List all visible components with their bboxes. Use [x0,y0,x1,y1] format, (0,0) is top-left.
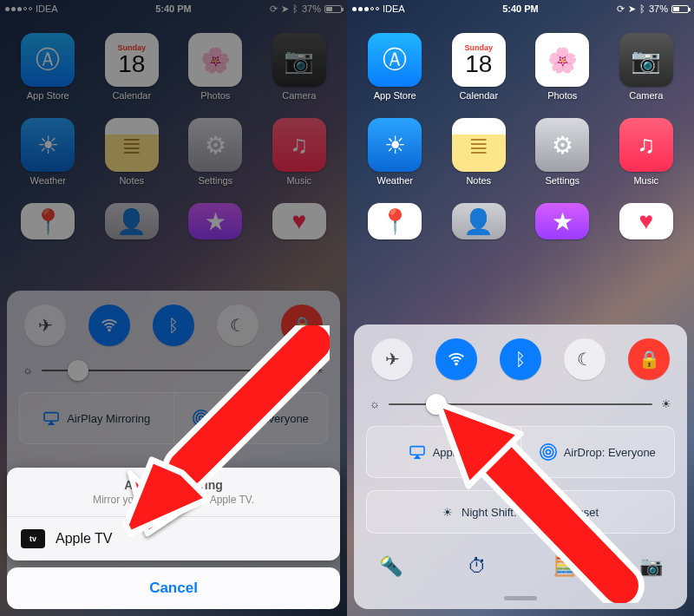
app-music[interactable]: ♫Music [609,118,684,186]
status-bar: IDEA 5:40 PM ⟳ ➤ ᛒ 37% [347,0,694,17]
brightness-low-icon: ☼ [370,397,380,410]
app-itunes[interactable]: ★ [525,203,600,239]
wifi-icon [447,350,466,369]
night-shift-icon: ☀︎ [442,506,453,519]
svg-point-7 [546,450,550,455]
sheet-title: AirPlay Mirroring [16,478,331,492]
screenshot-right: IDEA 5:40 PM ⟳ ➤ ᛒ 37% ⒶApp Store Sunday… [347,0,694,616]
home-apps: ⒶApp Store Sunday18Calendar 🌸Photos 📷Cam… [347,24,694,248]
bluetooth-icon: ᛒ [639,3,645,14]
airdrop-icon [540,443,557,461]
screenshot-left: IDEA 5:40 PM ⟳ ➤ ᛒ 37% ⒶApp Store Sunday… [0,0,347,616]
app-notes[interactable]: ≣Notes [442,118,517,186]
calendar-icon: Sunday18 [452,33,506,87]
airdrop-label: AirDrop: Everyone [564,446,656,459]
camera-icon: 📷 [619,33,673,87]
app-settings[interactable]: ⚙︎Settings [525,118,600,186]
contacts-icon: 👤 [452,203,506,239]
airdrop-tile[interactable]: AirDrop: Everyone [520,427,675,477]
svg-rect-6 [410,447,424,455]
settings-icon: ⚙︎ [535,118,589,172]
camera-button[interactable]: 📷 [626,546,675,587]
calculator-icon: 🧮 [553,555,576,578]
control-center: ✈︎ ᛒ ☾ 🔒 ☼ ☀︎ Apple TV AirDrop: Everyone… [354,324,687,609]
cancel-button[interactable]: Cancel [7,567,340,609]
orientation-lock-icon: ⟳ [617,3,625,15]
app-appstore[interactable]: ⒶApp Store [357,33,433,101]
moon-icon: ☾ [577,349,593,370]
flashlight-icon: 🔦 [379,555,403,578]
bluetooth-icon: ᛒ [515,350,526,370]
night-shift-label: Night Shift: Off Until Sunset [462,506,599,519]
airplay-action-sheet: AirPlay Mirroring Mirror your iPhone on … [7,468,340,609]
airplay-label: Apple TV [433,446,479,459]
googlemaps-icon: 📍 [368,203,422,239]
notes-icon: ≣ [452,118,506,172]
airplay-icon [409,445,426,459]
app-calendar[interactable]: Sunday18Calendar [442,33,517,101]
signal-dots-icon [352,7,379,11]
app-health[interactable]: ♥ [609,203,684,239]
sheet-item-label: Apple TV [56,531,113,547]
sheet-subtitle: Mirror your iPhone on an Apple TV. [16,494,331,506]
clock-label: 5:40 PM [502,3,539,14]
night-shift-tile[interactable]: ☀︎ Night Shift: Off Until Sunset [366,490,675,534]
app-photos[interactable]: 🌸Photos [525,33,600,101]
calculator-button[interactable]: 🧮 [540,546,588,587]
sheet-item-apple-tv[interactable]: tv Apple TV [7,516,340,560]
lock-icon: 🔒 [638,349,660,370]
timer-icon: ⏱ [468,555,487,578]
health-icon: ♥ [619,203,673,239]
svg-point-8 [543,447,553,457]
music-icon: ♫ [619,118,673,172]
airplane-icon: ✈︎ [385,349,400,370]
brightness-slider[interactable]: ☼ ☀︎ [366,392,675,426]
app-contacts[interactable]: 👤 [442,203,517,239]
carrier-label: IDEA [383,3,405,14]
timer-button[interactable]: ⏱ [453,546,501,587]
bluetooth-toggle[interactable]: ᛒ [500,338,541,380]
airplay-tile[interactable]: Apple TV [367,427,520,477]
dnd-toggle[interactable]: ☾ [564,338,606,380]
drag-handle[interactable] [504,596,537,600]
itunes-icon: ★ [535,203,589,239]
app-weather[interactable]: ☀︎Weather [357,118,433,186]
battery-pct: 37% [649,3,668,14]
apple-tv-icon: tv [21,529,45,548]
camera-icon: 📷 [639,555,663,578]
wifi-toggle[interactable] [435,338,477,380]
appstore-icon: Ⓐ [368,33,422,87]
battery-icon [671,5,689,13]
app-googlemaps[interactable]: 📍 [357,203,433,239]
brightness-high-icon: ☀︎ [661,397,671,410]
photos-icon: 🌸 [535,33,589,87]
airplane-toggle[interactable]: ✈︎ [371,338,413,380]
location-icon: ➤ [628,3,636,15]
app-camera[interactable]: 📷Camera [609,33,684,101]
weather-icon: ☀︎ [368,118,422,172]
svg-point-5 [455,364,457,365]
orientation-lock-toggle[interactable]: 🔒 [628,338,670,380]
flashlight-button[interactable]: 🔦 [366,546,415,587]
